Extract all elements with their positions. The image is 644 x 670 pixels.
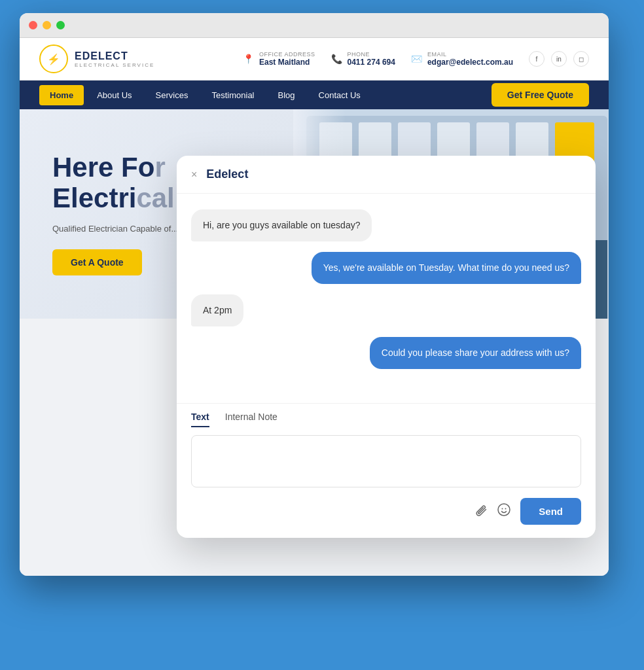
email-contact: ✉️ EMAIL edgar@edelect.com.au bbox=[411, 51, 513, 67]
office-label: OFFICE ADDRESS bbox=[259, 51, 315, 58]
message-2: Yes, we're available on Tuesday. What ti… bbox=[312, 252, 581, 284]
get-quote-button[interactable]: Get A Quote bbox=[52, 249, 142, 275]
instagram-icon[interactable]: ◻ bbox=[573, 51, 589, 67]
nav-services[interactable]: Services bbox=[145, 85, 199, 105]
chat-header: × Edelect bbox=[177, 156, 596, 194]
close-button[interactable] bbox=[29, 21, 37, 29]
logo-icon: ⚡ bbox=[39, 44, 68, 73]
location-icon: 📍 bbox=[243, 54, 254, 64]
contact-info: 📍 OFFICE ADDRESS East Maitland 📞 PHONE 0… bbox=[243, 51, 589, 67]
chat-text-input[interactable] bbox=[191, 435, 581, 487]
nav-links: Home About Us Services Testimonial Blog … bbox=[39, 85, 371, 105]
logo-name: EDELECT bbox=[75, 50, 154, 62]
attachment-icon[interactable] bbox=[473, 502, 488, 520]
site-nav: Home About Us Services Testimonial Blog … bbox=[20, 80, 609, 109]
nav-blog[interactable]: Blog bbox=[268, 85, 306, 105]
svg-point-28 bbox=[498, 504, 510, 516]
mac-titlebar bbox=[20, 13, 609, 38]
hero-title-line2: Electrical bbox=[52, 183, 178, 213]
svg-point-30 bbox=[505, 508, 507, 510]
website-content: ⚡ EDELECT ELECTRICAL SERVICE 📍 OFFICE AD… bbox=[20, 38, 609, 576]
message-1: Hi, are you guys available on tuesday? bbox=[191, 209, 372, 241]
chat-tabs: Text Internal Note bbox=[191, 412, 581, 427]
get-free-quote-button[interactable]: Get Free Quote bbox=[492, 83, 589, 107]
email-label: EMAIL bbox=[427, 51, 513, 58]
maximize-button[interactable] bbox=[56, 21, 65, 29]
hero-subtitle: Qualified Electrician Capable of... bbox=[52, 224, 178, 234]
chat-messages: Hi, are you guys available on tuesday? Y… bbox=[177, 194, 596, 403]
svg-point-29 bbox=[502, 508, 503, 510]
linkedin-icon[interactable]: in bbox=[551, 51, 567, 67]
nav-home[interactable]: Home bbox=[39, 85, 84, 105]
office-address: 📍 OFFICE ADDRESS East Maitland bbox=[243, 51, 315, 67]
tab-text[interactable]: Text bbox=[191, 412, 209, 427]
chat-widget: × Edelect Hi, are you guys available on … bbox=[177, 156, 596, 538]
phone-label: PHONE bbox=[348, 51, 395, 58]
logo-subtitle: ELECTRICAL SERVICE bbox=[75, 62, 154, 68]
email-icon: ✉️ bbox=[411, 54, 422, 64]
hero-text: Here For Electrical Qualified Electricia… bbox=[52, 152, 178, 275]
tab-internal-note[interactable]: Internal Note bbox=[225, 412, 277, 427]
emoji-icon[interactable] bbox=[497, 502, 511, 520]
chat-title: Edelect bbox=[206, 168, 248, 181]
site-logo: ⚡ EDELECT ELECTRICAL SERVICE bbox=[39, 44, 154, 73]
email-value: edgar@edelect.com.au bbox=[427, 58, 513, 67]
minimize-button[interactable] bbox=[43, 21, 51, 29]
phone-icon: 📞 bbox=[331, 54, 342, 64]
phone-value: 0411 274 694 bbox=[348, 58, 395, 67]
message-4: Could you please share your address with… bbox=[370, 337, 581, 369]
logo-lightning: ⚡ bbox=[47, 53, 60, 65]
nav-contact[interactable]: Contact Us bbox=[308, 85, 371, 105]
nav-about[interactable]: About Us bbox=[86, 85, 142, 105]
chat-close-button[interactable]: × bbox=[191, 169, 197, 181]
phone-contact: 📞 PHONE 0411 274 694 bbox=[331, 51, 395, 67]
facebook-icon[interactable]: f bbox=[529, 51, 545, 67]
send-button[interactable]: Send bbox=[520, 498, 581, 525]
office-value: East Maitland bbox=[259, 58, 315, 67]
chat-footer: Send bbox=[177, 490, 596, 538]
mac-window: ⚡ EDELECT ELECTRICAL SERVICE 📍 OFFICE AD… bbox=[20, 13, 609, 576]
logo-text: EDELECT ELECTRICAL SERVICE bbox=[75, 50, 154, 68]
message-3: At 2pm bbox=[191, 294, 243, 326]
nav-testimonial[interactable]: Testimonial bbox=[201, 85, 264, 105]
hero-title: Here For Electrical bbox=[52, 152, 178, 213]
hero-title-line1: Here For bbox=[52, 152, 178, 183]
site-header: ⚡ EDELECT ELECTRICAL SERVICE 📍 OFFICE AD… bbox=[20, 38, 609, 80]
chat-input-area: Text Internal Note bbox=[177, 403, 596, 490]
social-icons: f in ◻ bbox=[529, 51, 589, 67]
